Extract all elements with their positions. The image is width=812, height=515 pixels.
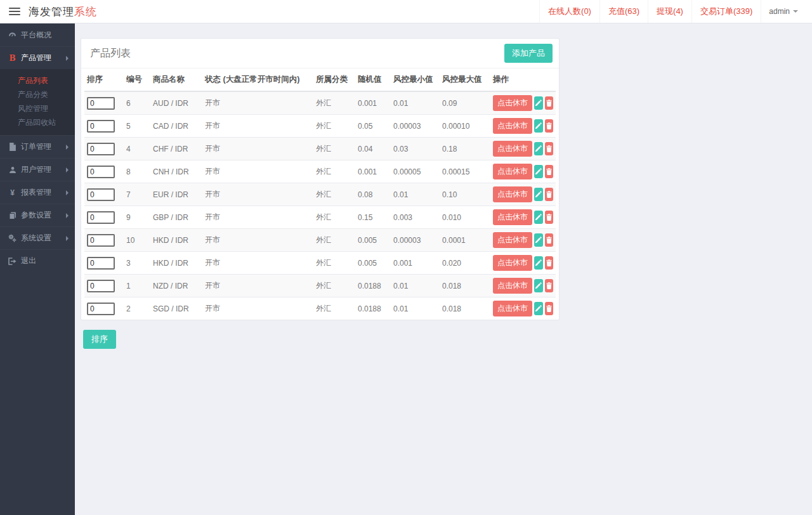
delete-button[interactable] bbox=[545, 142, 554, 155]
cell-name: CAD / IDR bbox=[150, 115, 202, 138]
edit-button[interactable] bbox=[534, 256, 543, 270]
table-header-row: 排序 编号 商品名称 状态 (大盘正常开市时间内) 所属分类 随机值 风控最小值… bbox=[84, 68, 556, 91]
delete-button[interactable] bbox=[545, 256, 554, 270]
delete-button[interactable] bbox=[545, 165, 554, 178]
sort-input[interactable] bbox=[87, 234, 115, 247]
edit-button[interactable] bbox=[534, 233, 543, 247]
edit-button[interactable] bbox=[534, 302, 543, 315]
app-title-primary: 海发管理 bbox=[29, 6, 74, 18]
sort-input[interactable] bbox=[87, 97, 115, 110]
cell-risk-min: 0.003 bbox=[391, 206, 440, 229]
edit-button[interactable] bbox=[534, 96, 543, 110]
close-market-button[interactable]: 点击休市 bbox=[493, 209, 532, 225]
table-row: 10 HKD / IDR 开市 外汇 0.005 0.00003 0.0001 … bbox=[84, 229, 556, 252]
cell-sort bbox=[84, 252, 124, 275]
sidebar-item-product-category[interactable]: 产品分类 bbox=[0, 88, 75, 101]
sort-input[interactable] bbox=[87, 280, 115, 292]
close-market-button[interactable]: 点击休市 bbox=[493, 301, 532, 316]
sidebar-item-product[interactable]: B 产品管理 bbox=[0, 46, 75, 69]
edit-button[interactable] bbox=[534, 279, 543, 292]
sort-input[interactable] bbox=[87, 166, 115, 178]
cell-actions: 点击休市 bbox=[490, 229, 556, 252]
chevron-right-icon bbox=[66, 190, 69, 195]
table-row: 4 CHF / IDR 开市 外汇 0.04 0.03 0.18 点击休市 bbox=[84, 138, 556, 160]
sidebar-item-overview[interactable]: 平台概况 bbox=[0, 23, 75, 46]
logout-icon bbox=[8, 258, 17, 265]
cell-risk-min: 0.01 bbox=[391, 91, 440, 115]
sidebar-item-label: 报表管理 bbox=[21, 187, 66, 198]
delete-button[interactable] bbox=[545, 96, 554, 110]
edit-button[interactable] bbox=[534, 188, 543, 201]
delete-button[interactable] bbox=[545, 188, 554, 201]
cell-random: 0.005 bbox=[355, 252, 391, 275]
cell-status: 开市 bbox=[202, 252, 313, 275]
admin-dropdown[interactable]: admin bbox=[761, 0, 806, 23]
edit-button[interactable] bbox=[534, 211, 543, 224]
sidebar-item-report[interactable]: ¥ 报表管理 bbox=[0, 181, 75, 204]
trash-icon bbox=[546, 100, 553, 107]
delete-button[interactable] bbox=[545, 279, 554, 292]
sort-input[interactable] bbox=[87, 188, 115, 201]
edit-button[interactable] bbox=[534, 119, 543, 133]
withdraw-link[interactable]: 提现(4) bbox=[648, 0, 691, 23]
sidebar-item-params[interactable]: 参数设置 bbox=[0, 204, 75, 226]
col-name: 商品名称 bbox=[150, 68, 202, 91]
sidebar-item-logout[interactable]: 退出 bbox=[0, 249, 75, 272]
sidebar-item-user[interactable]: 用户管理 bbox=[0, 158, 75, 181]
cell-risk-max: 0.018 bbox=[440, 275, 490, 297]
cell-category: 外汇 bbox=[313, 160, 355, 183]
header-left: 海发管理系统 bbox=[0, 4, 97, 19]
sort-input[interactable] bbox=[87, 120, 115, 133]
close-market-button[interactable]: 点击休市 bbox=[493, 278, 532, 294]
sidebar-item-risk-management[interactable]: 风控管理 bbox=[0, 101, 75, 115]
product-submenu: 产品列表 产品分类 风控管理 产品回收站 bbox=[0, 69, 75, 135]
cell-status: 开市 bbox=[202, 138, 313, 160]
delete-button[interactable] bbox=[545, 119, 554, 133]
menu-toggle-icon[interactable] bbox=[9, 8, 20, 15]
edit-button[interactable] bbox=[534, 165, 543, 178]
sort-button[interactable]: 排序 bbox=[83, 330, 116, 349]
sort-input[interactable] bbox=[87, 143, 115, 155]
close-market-button[interactable]: 点击休市 bbox=[493, 186, 532, 202]
cell-name: SGD / IDR bbox=[150, 297, 202, 320]
close-market-button[interactable]: 点击休市 bbox=[493, 141, 532, 157]
cell-category: 外汇 bbox=[313, 229, 355, 252]
close-market-button[interactable]: 点击休市 bbox=[493, 118, 532, 134]
sidebar-item-order[interactable]: 订单管理 bbox=[0, 135, 75, 158]
close-market-button[interactable]: 点击休市 bbox=[493, 255, 532, 271]
sort-input[interactable] bbox=[87, 303, 115, 315]
cell-name: EUR / IDR bbox=[150, 183, 202, 206]
cell-number: 4 bbox=[124, 138, 150, 160]
sort-input[interactable] bbox=[87, 211, 115, 224]
cell-risk-max: 0.10 bbox=[440, 183, 490, 206]
sidebar-item-product-recycle[interactable]: 产品回收站 bbox=[0, 115, 75, 129]
table-row: 5 CAD / IDR 开市 外汇 0.05 0.00003 0.00010 点… bbox=[84, 115, 556, 138]
edit-button[interactable] bbox=[534, 142, 543, 155]
recharge-link[interactable]: 充值(63) bbox=[599, 0, 648, 23]
cell-status: 开市 bbox=[202, 297, 313, 320]
online-users-link[interactable]: 在线人数(0) bbox=[539, 0, 599, 23]
cell-sort bbox=[84, 229, 124, 252]
col-random: 随机值 bbox=[355, 68, 391, 91]
close-market-button[interactable]: 点击休市 bbox=[493, 164, 532, 179]
sort-input[interactable] bbox=[87, 257, 115, 270]
close-market-button[interactable]: 点击休市 bbox=[493, 95, 532, 111]
cell-actions: 点击休市 bbox=[490, 91, 556, 115]
delete-button[interactable] bbox=[545, 233, 554, 247]
cell-category: 外汇 bbox=[313, 297, 355, 320]
cell-sort bbox=[84, 206, 124, 229]
sidebar-item-product-list[interactable]: 产品列表 bbox=[0, 74, 75, 88]
row-actions: 点击休市 bbox=[493, 118, 553, 134]
delete-button[interactable] bbox=[545, 211, 554, 224]
delete-button[interactable] bbox=[545, 302, 554, 315]
cell-random: 0.001 bbox=[355, 91, 391, 115]
sidebar-item-system[interactable]: 系统设置 bbox=[0, 226, 75, 249]
close-market-button[interactable]: 点击休市 bbox=[493, 232, 532, 248]
add-product-button[interactable]: 添加产品 bbox=[504, 44, 553, 63]
cell-status: 开市 bbox=[202, 206, 313, 229]
cell-category: 外汇 bbox=[313, 275, 355, 297]
col-risk-max: 风控最大值 bbox=[440, 68, 490, 91]
trade-orders-link[interactable]: 交易订单(339) bbox=[691, 0, 761, 23]
trash-icon bbox=[546, 282, 553, 289]
cell-risk-min: 0.03 bbox=[391, 138, 440, 160]
